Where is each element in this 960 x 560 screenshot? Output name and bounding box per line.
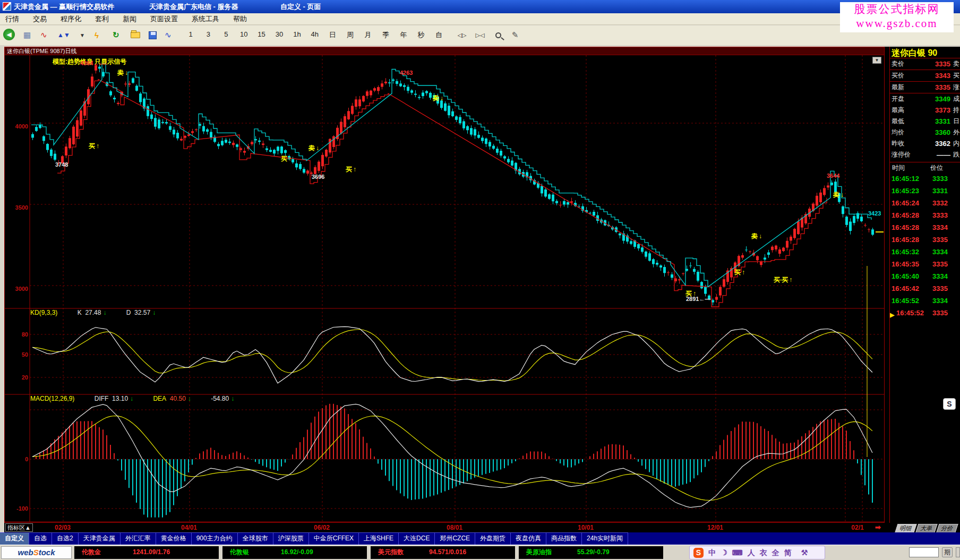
market-tab-9[interactable]: 中金所CFFEX [309,532,359,545]
tick-row: 16:45:243332 [890,197,960,209]
ime-icon-6[interactable]: 简 [784,548,792,557]
market-tab-1[interactable]: 自选 [29,532,52,545]
market-tab-5[interactable]: 黄金价格 [156,532,192,545]
ime-icon-5[interactable]: 全 [772,548,779,557]
search-icon[interactable] [492,29,504,41]
draw-icon[interactable]: ✎ [509,29,521,41]
tick-row: 16:45:523334 [890,295,960,307]
period-button-10[interactable]: 10 [236,30,251,38]
menu-item-4[interactable]: 新闻 [123,14,136,24]
y-axis-label: 3000 [6,286,28,292]
save-icon[interactable] [149,29,157,41]
detail-tab-2[interactable]: 分价 [936,524,958,532]
buy-signal: 买↑ [685,289,696,298]
market-tab-14[interactable]: 夜盘仿真 [511,532,546,545]
market-tab-11[interactable]: 大连DCE [399,532,435,545]
buy-signal: 买↑ [281,154,292,163]
period-button-1[interactable]: 1 [183,30,198,38]
sell-signal: 卖↓ [433,94,443,103]
ime-icon-0[interactable]: 中 [708,548,716,557]
partial-button[interactable] [956,547,960,557]
market-tab-2[interactable]: 自选2 [52,532,79,545]
market-tab-3[interactable]: 天津贵金属 [79,532,121,545]
quick-entry-input[interactable] [909,547,939,557]
quote-row: 开盘3349成 [890,93,960,105]
futures-button[interactable]: 期 [942,547,953,557]
menu-item-5[interactable]: 页面设置 [150,14,178,24]
quote-row: 最新3335涨 [890,82,960,93]
y-axis-label: 80 [6,331,28,338]
save-glyph [149,31,157,39]
period-button-月[interactable]: 月 [361,30,375,40]
market-tab-4[interactable]: 外汇汇率 [121,532,156,545]
period-button-日[interactable]: 日 [325,30,340,40]
stocks-icon[interactable]: ▲▼ [57,29,70,41]
sogou-icon[interactable]: S [693,548,704,558]
market-tab-7[interactable]: 全球股市 [238,532,273,545]
menu-item-3[interactable]: 套利 [95,14,109,24]
market-tab-13[interactable]: 外盘期货 [475,532,511,545]
ime-icon-1[interactable]: ☽ [721,548,727,557]
tick-row: 16:45:403334 [890,270,960,282]
zoom-in-icon[interactable]: ▷◁ [473,29,487,41]
page-title: 自定义 - 页面 [280,2,321,12]
ime-icon-3[interactable]: 人 [748,548,755,557]
period-button-15[interactable]: 15 [254,30,269,38]
scroll-right-icon[interactable]: ➡ [875,523,881,531]
macd-diff-arrow: ↓ [130,395,133,402]
buy-signal: 买↑ [734,268,745,277]
market-tab-12[interactable]: 郑州CZCE [435,532,475,545]
zoom-out-icon[interactable]: ◁▷ [455,29,469,41]
market-tab-10[interactable]: 上海SHFE [359,532,399,545]
price-annotation: 4364←---- [80,60,107,66]
dropdown-icon[interactable]: ▼ [80,29,85,41]
buy-signal: 买↑ [346,165,356,174]
sell-signal: 卖↓ [308,144,319,153]
menu-item-2[interactable]: 程序化 [61,14,81,24]
period-button-年[interactable]: 年 [396,30,411,40]
chart-dropdown-button[interactable]: ▼ [872,57,881,64]
market-tab-15[interactable]: 商品指数 [546,532,582,545]
period-button-周[interactable]: 周 [343,30,358,40]
board-icon[interactable]: ▦ [23,29,31,41]
period-button-1h[interactable]: 1h [289,30,304,38]
period-button-5[interactable]: 5 [219,30,234,38]
y-axis-label: -100 [6,505,28,512]
market-tab-8[interactable]: 沪深股票 [273,532,309,545]
market-tab-0[interactable]: 自定义 [0,532,29,545]
back-icon[interactable]: ◀ [3,29,15,40]
market-tab-16[interactable]: 24h实时新闻 [582,532,628,545]
folder-icon[interactable] [131,29,140,41]
ime-icon-2[interactable]: ⌨ [732,548,743,557]
detail-tab-1[interactable]: 大单 [915,524,937,532]
indicator-area-button[interactable]: 指标区▲ [5,523,33,532]
chart-icon[interactable]: ∿ [40,29,47,41]
period-button-30[interactable]: 30 [272,30,287,38]
wave-icon[interactable]: ∿ [165,29,172,41]
menu-item-1[interactable]: 交易 [33,14,47,24]
market-tab-bar: 自定义自选自选2天津贵金属外汇汇率黄金价格900主力合约全球股市沪深股票中金所C… [0,532,960,545]
menu-item-0[interactable]: 行情 [5,14,19,24]
market-tab-6[interactable]: 900主力合约 [192,532,238,545]
y-axis-label: 4000 [6,123,28,130]
wrench-icon[interactable]: ⚒ [801,548,808,557]
ime-icon-4[interactable]: 衣 [760,548,767,557]
period-button-4h[interactable]: 4h [307,30,322,38]
date-axis: 指标区▲ 02/0304/0106/0208/0110/0112/0102/1 … [4,523,885,532]
period-button-季[interactable]: 季 [378,30,393,40]
period-button-秒[interactable]: 秒 [414,30,428,40]
lightning-icon[interactable]: ϟ [95,29,99,41]
kd-d-arrow: ↓ [152,309,156,316]
ime-float-badge[interactable]: S [943,398,956,410]
menu-item-7[interactable]: 帮助 [233,14,247,24]
status-bar: webStock 伦敦金1241.09/1.76伦敦银16.92/-0.09美元… [0,545,960,560]
menu-item-6[interactable]: 系统工具 [192,14,219,24]
y-axis-label: 50 [6,351,28,358]
price-annotation: 3748 [55,161,68,168]
period-button-自[interactable]: 自 [432,30,447,40]
period-button-3[interactable]: 3 [201,30,216,38]
refresh-icon[interactable]: ↻ [113,29,119,41]
y-axis-label: 20 [6,374,28,381]
detail-tab-0[interactable]: 明细 [895,524,916,532]
status-quote-2: 美元指数94.571/0.016 [371,546,515,559]
